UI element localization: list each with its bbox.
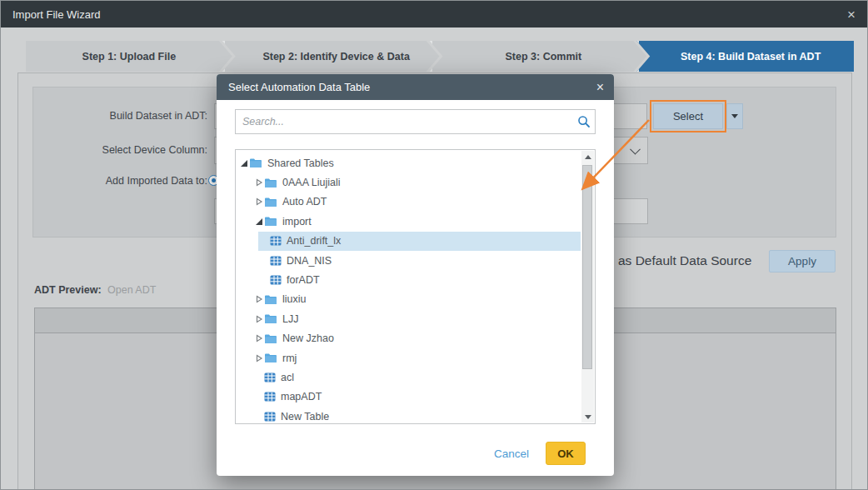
tree-item-body[interactable]: Anti_drift_lx	[258, 232, 581, 251]
table-icon	[270, 236, 282, 246]
expander-collapsed-icon[interactable]	[255, 178, 264, 187]
tree-item-body[interactable]: mapADT	[264, 388, 581, 407]
tree-item-label: 0AAA Liujiali	[282, 177, 341, 188]
tree-indent	[237, 182, 255, 183]
folder-icon	[264, 197, 277, 208]
tree-item-label: acl	[281, 372, 294, 383]
tree-item-new-table[interactable]: New Table	[237, 407, 581, 424]
open-adt-link[interactable]: Open ADT	[107, 284, 156, 296]
select-adt-button[interactable]: Select	[653, 103, 723, 129]
tree-item-mapadt[interactable]: mapADT	[237, 388, 581, 407]
scrollbar-thumb[interactable]	[582, 165, 592, 369]
select-dropdown-button[interactable]	[726, 103, 743, 129]
tree-item-new-jzhao[interactable]: New Jzhao	[237, 329, 581, 348]
tree-item-label: import	[282, 216, 312, 228]
tree-item-dna-nis[interactable]: DNA_NIS	[237, 251, 581, 270]
adt-preview-label: ADT Preview:	[34, 284, 102, 296]
select-adt-modal: Select Automation Data Table × Shared Ta…	[217, 74, 614, 476]
tree-item-rmj[interactable]: rmj	[237, 348, 581, 368]
tree-item-body[interactable]: Shared Tables	[249, 153, 581, 172]
tree-item-body[interactable]: acl	[264, 368, 581, 387]
tab-step-4-build-dataset-in-adt[interactable]: Step 4: Build Dataset in ADT	[636, 41, 854, 72]
tab-step-1-upload-file[interactable]: Step 1: Upload File	[26, 41, 232, 72]
step-label: Step 4: Build Dataset in ADT	[681, 51, 821, 62]
tree-item-foradt[interactable]: forADT	[237, 270, 581, 289]
search-box	[235, 109, 596, 134]
folder-icon	[264, 294, 277, 305]
tree-indent	[237, 221, 255, 222]
table-icon	[264, 372, 276, 382]
tree-indent	[237, 358, 255, 358]
tree-item-label: rmj	[282, 352, 297, 364]
tree-item-anti-drift-lx[interactable]: Anti_drift_lx	[237, 232, 581, 251]
table-icon	[264, 412, 276, 422]
tree-item-body[interactable]: forADT	[270, 270, 581, 289]
tab-step-3-commit[interactable]: Step 3: Commit	[430, 41, 647, 72]
tree-indent	[237, 416, 255, 417]
tree-indent	[237, 299, 255, 300]
tree-indent	[237, 280, 270, 281]
tree-item-label: New Table	[281, 411, 329, 422]
scroll-up-icon[interactable]	[581, 151, 594, 162]
tree-item-body[interactable]: LJJ	[264, 309, 581, 328]
tree-item-acl[interactable]: acl	[237, 368, 581, 387]
build-dataset-label: Build Dataset in ADT:	[49, 110, 207, 122]
tree-scrollbar[interactable]	[581, 151, 594, 422]
scroll-down-icon[interactable]	[581, 411, 594, 422]
tree-indent	[237, 318, 255, 319]
tree-indent	[237, 397, 255, 398]
close-icon[interactable]: ×	[847, 8, 856, 22]
cancel-button[interactable]: Cancel	[494, 448, 529, 460]
ok-button[interactable]: OK	[546, 442, 586, 465]
search-icon[interactable]	[573, 115, 595, 128]
tab-step-2-identify-device-data[interactable]: Step 2: Identify Device & Data	[222, 41, 440, 72]
tree-item-label: Anti_drift_lx	[287, 235, 341, 247]
tree-item-body[interactable]: New Table	[264, 407, 581, 424]
table-icon	[270, 256, 282, 266]
table-icon	[270, 275, 282, 285]
modal-footer: Cancel OK	[217, 441, 614, 466]
expander-collapsed-icon[interactable]	[255, 354, 264, 362]
tree-item-body[interactable]: New Jzhao	[264, 329, 581, 348]
tree-item-body[interactable]: 0AAA Liujiali	[264, 172, 581, 192]
expander-expanded-icon[interactable]	[255, 218, 264, 226]
tree-item-body[interactable]: import	[264, 212, 581, 231]
modal-header: Select Automation Data Table ×	[217, 74, 614, 100]
expander-collapsed-icon[interactable]	[255, 198, 264, 206]
tree-item-auto-adt[interactable]: Auto ADT	[237, 192, 581, 212]
tree-item-body[interactable]: rmj	[264, 348, 581, 368]
tree-item-shared-tables[interactable]: Shared Tables	[237, 153, 581, 172]
tree-indent	[237, 260, 270, 261]
tree-item-ljj[interactable]: LJJ	[237, 309, 581, 328]
modal-close-icon[interactable]: ×	[596, 81, 604, 94]
step-label: Step 2: Identify Device & Data	[262, 51, 409, 62]
tree-item-0aaa-liujiali[interactable]: 0AAA Liujiali	[237, 172, 581, 192]
tree-indent	[237, 202, 255, 202]
step-label: Step 1: Upload File	[82, 51, 177, 62]
add-imported-label: Add Imported Data to:	[49, 175, 207, 187]
tree-indent	[237, 377, 255, 378]
tree-item-body[interactable]: liuxiu	[264, 290, 581, 309]
import-file-wizard-window: Import File Wizard × Step 1: Upload File…	[0, 0, 868, 490]
titlebar: Import File Wizard ×	[1, 1, 867, 28]
folder-icon	[264, 352, 277, 363]
tree-item-body[interactable]: Auto ADT	[264, 192, 581, 212]
apply-button[interactable]: Apply	[769, 250, 836, 272]
expander-collapsed-icon[interactable]	[255, 315, 264, 323]
tree-item-import[interactable]: import	[237, 212, 581, 231]
select-button-label: Select	[673, 110, 703, 122]
expander-collapsed-icon[interactable]	[255, 334, 264, 342]
expander-collapsed-icon[interactable]	[255, 295, 264, 303]
tree-item-label: New Jzhao	[282, 332, 334, 344]
tree-item-body[interactable]: DNA_NIS	[270, 251, 581, 270]
tree-item-label: liuxiu	[282, 293, 307, 305]
tree-indent	[237, 338, 255, 339]
tree-item-liuxiu[interactable]: liuxiu	[237, 290, 581, 309]
search-input[interactable]	[236, 116, 573, 128]
window-title: Import File Wizard	[12, 8, 100, 21]
expander-expanded-icon[interactable]	[240, 159, 249, 168]
adt-tree: Shared Tables0AAA LiujialiAuto ADTimport…	[235, 149, 596, 424]
folder-icon	[264, 333, 277, 344]
apply-button-label: Apply	[788, 255, 816, 268]
tree-item-label: mapADT	[281, 391, 322, 402]
